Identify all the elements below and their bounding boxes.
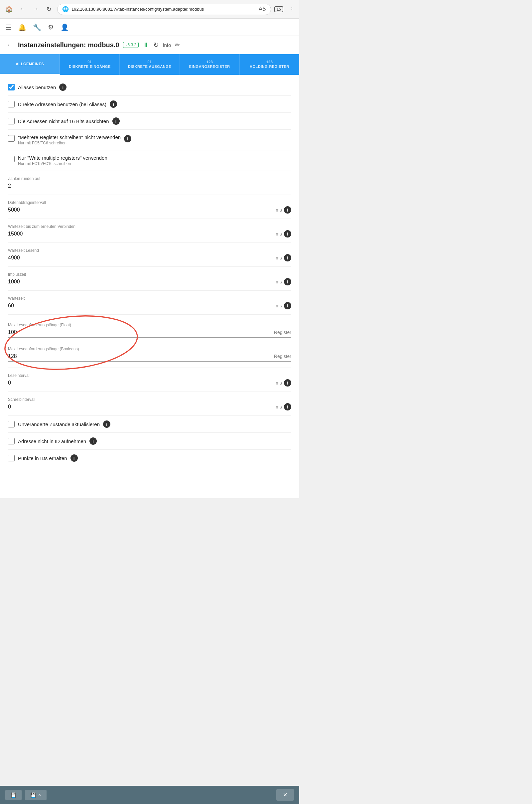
save-button[interactable]: 💾 <box>5 790 22 800</box>
reload-button[interactable]: ↻ <box>44 4 54 14</box>
url-text: 192.168.138.96:8081/?#tab-instances/conf… <box>72 7 256 12</box>
home-button[interactable]: 🏠 <box>4 4 14 14</box>
max-leseanforderung-float-input[interactable] <box>8 329 272 336</box>
max-leseanforderung-float-group: Max Leseanforderungslänge (Float) Regist… <box>8 319 291 340</box>
adresse-nicht-id-label: Adresse nicht in ID aufnehmen <box>18 438 86 444</box>
punkte-in-ids-checkbox[interactable] <box>8 455 15 461</box>
adresse-nicht-id-checkbox[interactable] <box>8 438 15 444</box>
mehrere-register-sublabel: Nur mit FC5/FC6 schreiben <box>18 141 121 145</box>
wartezeit-group: Wartezeit ms i <box>8 292 291 313</box>
save-close-icon: 💾 <box>30 792 36 798</box>
datenabfrageintervall-input[interactable] <box>8 206 274 213</box>
settings-icon[interactable]: ⚙ <box>48 23 54 31</box>
save-close-x-icon: ✕ <box>38 793 41 797</box>
refresh-icon[interactable]: ↻ <box>153 41 159 49</box>
aliases-benutzen-info-icon[interactable]: i <box>59 83 66 91</box>
tab-diskrete-eingange[interactable]: 01 DISKRETE EINGÄNGE <box>60 54 120 75</box>
unveranderte-zustande-checkbox[interactable] <box>8 421 15 427</box>
tabs-bar: ALLGEMEINES 01 DISKRETE EINGÄNGE 01 DISK… <box>0 54 299 75</box>
write-multiple-checkbox[interactable] <box>8 156 15 162</box>
back-button[interactable]: ← <box>17 4 27 14</box>
datenabfrageintervall-info-icon[interactable]: i <box>284 206 291 213</box>
tab-count[interactable]: 15 <box>274 6 283 12</box>
adresse-nicht-id-info-icon[interactable]: i <box>90 437 97 445</box>
wartezeit-lesend-group: Wartezeit Lesend ms i <box>8 244 291 265</box>
more-options-icon[interactable]: ⋮ <box>289 5 295 13</box>
save-close-button[interactable]: 💾 ✕ <box>25 790 46 800</box>
close-button[interactable]: ✕ <box>276 789 294 801</box>
max-leseanforderung-float-row: Register <box>8 329 291 338</box>
mehrere-register-row: "Mehrere Register schreiben" nicht verwe… <box>8 131 291 149</box>
punkte-in-ids-row: Punkte in IDs erhalten i <box>8 451 291 465</box>
tab-allgemeines[interactable]: ALLGEMEINES <box>0 54 60 75</box>
impluszeit-input[interactable] <box>8 278 274 285</box>
wartezeit-lesend-info-icon[interactable]: i <box>284 254 291 261</box>
zahlen-runden-input[interactable] <box>8 182 291 190</box>
mehrere-register-info-icon[interactable]: i <box>124 135 131 143</box>
notifications-icon[interactable]: 🔔 <box>18 23 26 31</box>
max-leseanforderung-booleans-row: Register <box>8 353 291 361</box>
datenabfrageintervall-label: Datenabfrageintervall <box>8 200 291 205</box>
wartezeit-verbinden-info-icon[interactable]: i <box>284 230 291 238</box>
edit-icon[interactable]: ✏ <box>175 41 180 49</box>
unveranderte-zustande-label: Unveränderte Zustände aktualisieren <box>18 422 100 427</box>
impluszeit-label: Impluszeit <box>8 272 291 277</box>
wartezeit-info-icon[interactable]: i <box>284 302 291 310</box>
direkte-adressen-info-icon[interactable]: i <box>110 100 117 108</box>
leseintervall-info-icon[interactable]: i <box>284 379 291 387</box>
impluszeit-info-icon[interactable]: i <box>284 278 291 285</box>
close-icon: ✕ <box>283 792 287 798</box>
version-badge: v6.3.2 <box>123 42 139 48</box>
direkte-adressen-row: Direkte Adressen benutzen (bei Aliases) … <box>8 97 291 111</box>
leseintervall-group: Leseintervall ms i <box>8 369 291 390</box>
wartezeit-verbinden-group: Wartezeit bis zum erneuten Verbinden ms … <box>8 220 291 241</box>
schreibintervall-info-icon[interactable]: i <box>284 403 291 410</box>
punkte-in-ids-info-icon[interactable]: i <box>71 454 78 462</box>
write-multiple-sublabel: Nur mit FC15/FC16 schreiben <box>18 161 108 166</box>
max-leseanforderung-booleans-label: Max Leseanforderungslänge (Booleans) <box>8 347 291 351</box>
unveranderte-zustande-info-icon[interactable]: i <box>103 420 110 428</box>
wartezeit-verbinden-label: Wartezeit bis zum erneuten Verbinden <box>8 224 291 229</box>
translate-icon[interactable]: A5 <box>259 6 266 13</box>
direkte-adressen-label: Direkte Adressen benutzen (bei Aliases) <box>18 101 107 107</box>
adressen-16bit-checkbox[interactable] <box>8 118 15 125</box>
aliases-benutzen-label: Aliases benutzen <box>18 85 56 90</box>
max-leseanforderung-booleans-unit: Register <box>274 354 291 359</box>
wartezeit-label: Wartezeit <box>8 296 291 301</box>
user-icon[interactable]: 👤 <box>60 23 69 31</box>
address-bar[interactable]: 🌐 192.168.138.96:8081/?#tab-instances/co… <box>57 4 271 15</box>
adresse-nicht-id-row: Adresse nicht in ID aufnehmen i <box>8 434 291 448</box>
highlight-section: Max Leseanforderungslänge (Float) Regist… <box>8 316 291 366</box>
adressen-16bit-label: Die Adressen nicht auf 16 Bits ausrichte… <box>18 118 109 124</box>
write-multiple-label: Nur "Write multiple registers" verwenden <box>18 155 108 161</box>
zahlen-runden-label: Zahlen runden auf <box>8 176 291 181</box>
leseintervall-label: Leseintervall <box>8 373 291 378</box>
leseintervall-unit: ms <box>276 380 282 386</box>
tab-eingangsregister[interactable]: 123 EINGANGSREGISTER <box>180 54 240 75</box>
mehrere-register-checkbox[interactable] <box>8 135 15 142</box>
wartezeit-verbinden-input[interactable] <box>8 230 274 238</box>
app-toolbar: ☰ 🔔 🔧 ⚙ 👤 <box>0 19 299 36</box>
datenabfrageintervall-unit: ms <box>276 207 282 212</box>
back-button[interactable]: ← <box>7 41 14 49</box>
info-link[interactable]: info <box>163 42 171 48</box>
wartezeit-lesend-input[interactable] <box>8 254 274 261</box>
unveranderte-zustande-row: Unveränderte Zustände aktualisieren i <box>8 417 291 431</box>
page-header: ← Instanzeinstellungen: modbus.0 v6.3.2 … <box>0 36 299 54</box>
forward-button[interactable]: → <box>31 4 41 14</box>
schreibintervall-input[interactable] <box>8 403 274 410</box>
tab-diskrete-ausgange[interactable]: 01 DISKRETE AUSGÄNGE <box>120 54 179 75</box>
hamburger-icon[interactable]: ☰ <box>5 23 11 31</box>
wrench-icon[interactable]: 🔧 <box>33 23 41 31</box>
aliases-benutzen-row: Aliases benutzen i <box>8 80 291 94</box>
schreibintervall-row: ms i <box>8 403 291 412</box>
aliases-benutzen-checkbox[interactable] <box>8 84 15 91</box>
leseintervall-input[interactable] <box>8 379 274 387</box>
wartezeit-input[interactable] <box>8 302 274 310</box>
save-icon: 💾 <box>11 792 16 798</box>
adressen-16bit-info-icon[interactable]: i <box>112 117 120 125</box>
max-leseanforderung-booleans-input[interactable] <box>8 353 272 360</box>
direkte-adressen-checkbox[interactable] <box>8 101 15 108</box>
tab-holding-register[interactable]: 123 HOLDING-REGISTER <box>240 54 299 75</box>
pause-icon[interactable]: ⏸ <box>142 41 149 49</box>
